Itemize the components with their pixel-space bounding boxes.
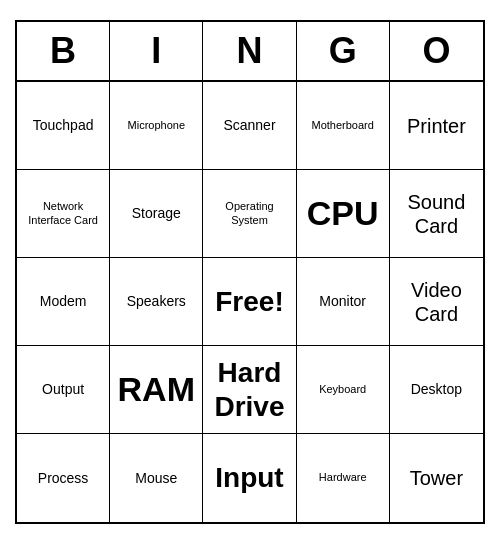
cell-text-1: Microphone: [128, 119, 185, 132]
cell-text-9: Sound Card: [394, 190, 479, 238]
cell-text-0: Touchpad: [33, 117, 94, 134]
bingo-cell-9: Sound Card: [390, 170, 483, 258]
bingo-cell-14: Video Card: [390, 258, 483, 346]
bingo-cell-19: Desktop: [390, 346, 483, 434]
cell-text-23: Hardware: [319, 471, 367, 484]
bingo-header: BINGO: [17, 22, 483, 82]
bingo-cell-23: Hardware: [297, 434, 390, 522]
bingo-letter-g: G: [297, 22, 390, 80]
bingo-cell-7: Operating System: [203, 170, 296, 258]
cell-text-24: Tower: [410, 466, 463, 490]
bingo-cell-8: CPU: [297, 170, 390, 258]
bingo-cell-18: Keyboard: [297, 346, 390, 434]
cell-text-16: RAM: [118, 369, 195, 410]
bingo-letter-i: I: [110, 22, 203, 80]
cell-text-4: Printer: [407, 114, 466, 138]
bingo-cell-16: RAM: [110, 346, 203, 434]
cell-text-17: Hard Drive: [207, 356, 291, 423]
cell-text-6: Storage: [132, 205, 181, 222]
bingo-cell-0: Touchpad: [17, 82, 110, 170]
cell-text-19: Desktop: [411, 381, 462, 398]
cell-text-5: Network Interface Card: [21, 200, 105, 226]
cell-text-3: Motherboard: [312, 119, 374, 132]
bingo-cell-15: Output: [17, 346, 110, 434]
bingo-cell-1: Microphone: [110, 82, 203, 170]
cell-text-10: Modem: [40, 293, 87, 310]
bingo-cell-21: Mouse: [110, 434, 203, 522]
bingo-cell-4: Printer: [390, 82, 483, 170]
bingo-cell-20: Process: [17, 434, 110, 522]
bingo-cell-2: Scanner: [203, 82, 296, 170]
bingo-grid: TouchpadMicrophoneScannerMotherboardPrin…: [17, 82, 483, 522]
bingo-cell-12: Free!: [203, 258, 296, 346]
cell-text-11: Speakers: [127, 293, 186, 310]
bingo-cell-10: Modem: [17, 258, 110, 346]
bingo-cell-22: Input: [203, 434, 296, 522]
cell-text-20: Process: [38, 470, 89, 487]
cell-text-7: Operating System: [207, 200, 291, 226]
bingo-cell-6: Storage: [110, 170, 203, 258]
bingo-cell-5: Network Interface Card: [17, 170, 110, 258]
cell-text-15: Output: [42, 381, 84, 398]
cell-text-14: Video Card: [394, 278, 479, 326]
bingo-cell-17: Hard Drive: [203, 346, 296, 434]
cell-text-8: CPU: [307, 193, 379, 234]
bingo-cell-24: Tower: [390, 434, 483, 522]
cell-text-18: Keyboard: [319, 383, 366, 396]
bingo-cell-3: Motherboard: [297, 82, 390, 170]
bingo-card: BINGO TouchpadMicrophoneScannerMotherboa…: [15, 20, 485, 524]
cell-text-2: Scanner: [223, 117, 275, 134]
cell-text-21: Mouse: [135, 470, 177, 487]
bingo-cell-11: Speakers: [110, 258, 203, 346]
cell-text-13: Monitor: [319, 293, 366, 310]
bingo-letter-b: B: [17, 22, 110, 80]
bingo-cell-13: Monitor: [297, 258, 390, 346]
cell-text-12: Free!: [215, 285, 283, 319]
bingo-letter-n: N: [203, 22, 296, 80]
bingo-letter-o: O: [390, 22, 483, 80]
cell-text-22: Input: [215, 461, 283, 495]
